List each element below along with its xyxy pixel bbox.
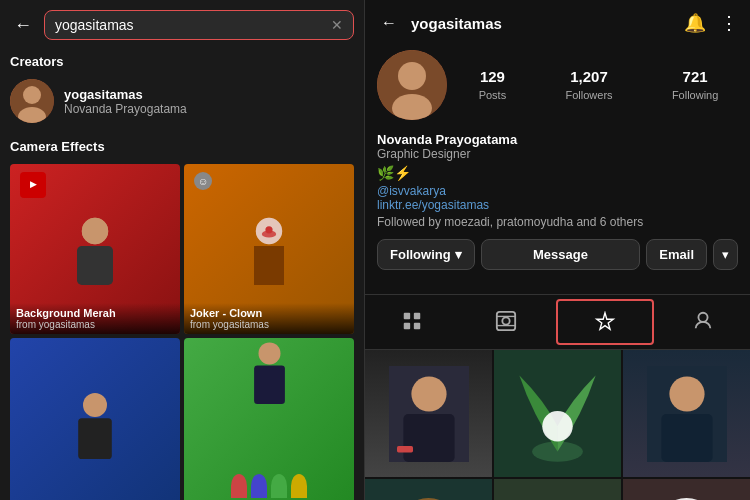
creators-section: Creators yogasitamas Novanda Prayogatama bbox=[10, 54, 354, 139]
effect-cell-blue[interactable] bbox=[10, 338, 180, 500]
bio-link[interactable]: linktr.ee/yogasitamas bbox=[377, 198, 738, 212]
following-label: Following bbox=[672, 89, 718, 101]
svg-rect-16 bbox=[78, 418, 112, 459]
grid-icon bbox=[401, 310, 423, 332]
bio-handle: @isvvakarya bbox=[377, 184, 738, 198]
right-panel: ← yogasitamas 🔔 ⋮ 129 Posts bbox=[365, 0, 750, 500]
svg-point-15 bbox=[83, 393, 107, 417]
svg-rect-25 bbox=[414, 323, 420, 329]
following-label: Following bbox=[390, 247, 451, 262]
cell-inner-plant bbox=[494, 350, 621, 477]
svg-point-17 bbox=[258, 342, 280, 364]
following-count: 721 bbox=[672, 68, 718, 85]
svg-point-30 bbox=[698, 313, 707, 322]
collab-icon bbox=[594, 311, 616, 333]
tab-collab[interactable] bbox=[556, 299, 654, 345]
followers-count: 1,207 bbox=[565, 68, 612, 85]
email-button[interactable]: Email bbox=[646, 239, 707, 270]
stats-group: 129 Posts 1,207 Followers 721 Following bbox=[459, 68, 738, 103]
effect-cell-joker[interactable]: ☺ Joker - Clown from yogasitamas bbox=[184, 164, 354, 334]
cell-inner-orange-teal bbox=[365, 479, 492, 500]
svg-rect-34 bbox=[397, 446, 413, 452]
reels-icon bbox=[495, 310, 517, 332]
joker-icon: ☺ bbox=[194, 172, 212, 194]
creator-name: yogasitamas bbox=[64, 87, 187, 102]
cell-inner-wedding bbox=[623, 479, 750, 500]
svg-rect-48 bbox=[623, 479, 750, 500]
stat-following[interactable]: 721 Following bbox=[672, 68, 718, 103]
svg-point-11 bbox=[265, 226, 272, 233]
stat-posts[interactable]: 129 Posts bbox=[479, 68, 507, 103]
content-grid: Orange Teal bbox=[365, 350, 750, 500]
tab-reels[interactable] bbox=[459, 295, 553, 349]
svg-point-5 bbox=[82, 218, 108, 244]
camera-effects-section: Camera Effects Background Merah from yog… bbox=[10, 139, 354, 500]
left-panel: ← ✕ Creators yogasitamas Novanda Prayoga… bbox=[0, 0, 365, 500]
svg-point-32 bbox=[411, 376, 446, 411]
profile-avatar bbox=[377, 50, 447, 120]
notification-icon[interactable]: 🔔 bbox=[684, 12, 706, 34]
action-buttons: Following ▾ Message Email ▾ bbox=[377, 239, 738, 270]
clear-icon[interactable]: ✕ bbox=[331, 17, 343, 33]
profile-stats-row: 129 Posts 1,207 Followers 721 Following bbox=[377, 50, 738, 120]
svg-rect-4 bbox=[77, 246, 113, 285]
grid-cell-plant[interactable] bbox=[494, 350, 621, 477]
profile-header: ← yogasitamas 🔔 ⋮ 129 Posts bbox=[365, 0, 750, 278]
tab-grid[interactable] bbox=[365, 295, 459, 349]
creator-info: yogasitamas Novanda Prayogatama bbox=[64, 87, 187, 116]
svg-rect-44 bbox=[494, 479, 621, 500]
effect-from-joker: from yogasitamas bbox=[190, 319, 348, 330]
svg-point-20 bbox=[398, 62, 426, 90]
effect-label-joker: Joker - Clown from yogasitamas bbox=[184, 303, 354, 334]
effect-cell-tele[interactable] bbox=[184, 338, 354, 500]
grid-cell-plants2[interactable] bbox=[494, 479, 621, 500]
following-arrow-icon: ▾ bbox=[455, 247, 462, 262]
effect-title: Background Merah bbox=[16, 307, 174, 319]
tab-bar bbox=[365, 294, 750, 350]
message-button[interactable]: Message bbox=[481, 239, 641, 270]
grid-cell-1[interactable] bbox=[365, 350, 492, 477]
svg-rect-33 bbox=[403, 414, 454, 462]
svg-rect-40 bbox=[661, 414, 712, 462]
cell-inner-person2 bbox=[623, 350, 750, 477]
svg-text:▶: ▶ bbox=[30, 179, 37, 189]
cell-inner-1 bbox=[365, 350, 492, 477]
profile-username: yogasitamas bbox=[411, 15, 502, 32]
more-options-icon[interactable]: ⋮ bbox=[720, 12, 738, 34]
stat-followers[interactable]: 1,207 Followers bbox=[565, 68, 612, 103]
posts-label: Posts bbox=[479, 89, 507, 101]
bio-name: Novanda Prayogatama bbox=[377, 132, 738, 147]
search-input[interactable] bbox=[55, 17, 331, 33]
effect-cell-bg-red[interactable]: Background Merah from yogasitamas ▶ bbox=[10, 164, 180, 334]
tab-tagged[interactable] bbox=[656, 295, 750, 349]
grid-cell-orange-teal[interactable]: Orange Teal bbox=[365, 479, 492, 500]
effect-from: from yogasitamas bbox=[16, 319, 174, 330]
posts-count: 129 bbox=[479, 68, 507, 85]
person-tele-overlay bbox=[184, 338, 354, 500]
svg-rect-22 bbox=[404, 313, 410, 319]
grid-cell-wedding[interactable]: Wedding Tone bbox=[623, 479, 750, 500]
svg-point-27 bbox=[503, 317, 510, 324]
svg-point-39 bbox=[669, 376, 704, 411]
followers-label: Followers bbox=[565, 89, 612, 101]
following-button[interactable]: Following ▾ bbox=[377, 239, 475, 270]
cell-inner-plants2 bbox=[494, 479, 621, 500]
svg-point-37 bbox=[542, 411, 572, 441]
tagged-icon bbox=[692, 310, 714, 332]
profile-bio: Novanda Prayogatama Graphic Designer 🌿⚡ … bbox=[377, 132, 738, 229]
creator-item[interactable]: yogasitamas Novanda Prayogatama bbox=[10, 79, 354, 123]
person-blue-overlay bbox=[10, 338, 180, 500]
bio-icons: 🌿⚡ bbox=[377, 165, 738, 181]
grid-cell-person2[interactable] bbox=[623, 350, 750, 477]
search-wrapper: ✕ bbox=[44, 10, 354, 40]
bio-followed: Followed by moezadi, pratomoyudha and 6 … bbox=[377, 215, 738, 229]
svg-point-1 bbox=[23, 86, 41, 104]
effect-title-joker: Joker - Clown bbox=[190, 307, 348, 319]
email-dropdown-button[interactable]: ▾ bbox=[713, 239, 738, 270]
svg-rect-23 bbox=[414, 313, 420, 319]
profile-back-button[interactable]: ← bbox=[377, 10, 401, 36]
svg-rect-26 bbox=[497, 312, 515, 330]
creator-avatar bbox=[10, 79, 54, 123]
back-button[interactable]: ← bbox=[10, 11, 36, 40]
svg-rect-24 bbox=[404, 323, 410, 329]
